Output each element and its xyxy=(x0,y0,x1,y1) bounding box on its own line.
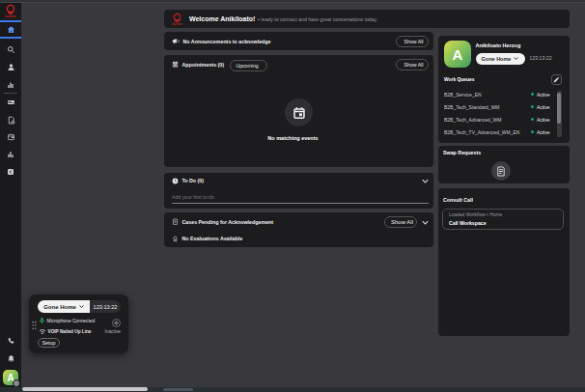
show-all-label: Show All xyxy=(391,219,413,225)
active-dot xyxy=(531,118,535,122)
document-clock-icon xyxy=(7,116,15,125)
setup-button[interactable]: Setup xyxy=(38,338,60,348)
bar-chart-icon xyxy=(7,81,14,89)
calendar-icon xyxy=(292,106,306,120)
agent-status-dropdown[interactable]: Gone Home xyxy=(38,300,90,313)
microphone-icon xyxy=(39,317,45,324)
sidebar-user-avatar[interactable]: A xyxy=(3,370,18,385)
evaluations-empty-text: No Evaluations Available xyxy=(182,236,243,241)
agent-status-dropdown[interactable]: Gone Home xyxy=(476,53,525,65)
show-all-label: Show All xyxy=(404,62,424,68)
filter-label: Upcoming xyxy=(236,63,258,69)
settings-button[interactable] xyxy=(112,319,121,327)
device-status-popup: Gone Home 123:13:22 Microphone Connected… xyxy=(29,294,128,353)
chevron-down-icon xyxy=(79,304,84,309)
todo-card: To Do (0) Add your first to-do xyxy=(164,173,433,209)
chevron-down-icon[interactable] xyxy=(422,179,429,183)
scrollbar-thumb[interactable] xyxy=(557,93,561,124)
call-workspace-item[interactable]: Loaded Workflow • Home Call Workspace xyxy=(442,209,564,230)
status-dot xyxy=(13,379,20,387)
desktop-icon xyxy=(7,98,15,106)
announcements-show-all-button[interactable]: Show All xyxy=(396,36,429,47)
queue-name: B2B_Service_EN xyxy=(444,92,531,98)
stats-icon xyxy=(7,151,14,158)
show-all-label: Show All xyxy=(404,39,424,44)
sidebar-item-search[interactable] xyxy=(0,42,21,59)
profile-card: A Anikiloato Herzog Gone Home 123:13:22 … xyxy=(438,36,570,143)
appointments-card: Appointments (0) Upcoming Show All No ma… xyxy=(164,55,433,167)
appointments-empty-state: No matching events xyxy=(164,98,433,141)
appointments-show-all-button[interactable]: Show All xyxy=(396,59,429,70)
queue-status: Active xyxy=(537,104,550,110)
sunrise-logo-icon: sunrise xyxy=(172,13,182,26)
sidebar-item-reports[interactable] xyxy=(0,76,21,94)
profile-name: Anikiloato Herzog xyxy=(476,42,521,48)
agent-icon xyxy=(7,63,15,71)
horizontal-scrollbar[interactable] xyxy=(0,387,585,392)
profile-avatar: A xyxy=(444,41,471,68)
todo-title: To Do (0) xyxy=(182,178,205,183)
queue-name: B2B_Tech_Standard_WM xyxy=(444,104,531,110)
sidebar: sunrise xyxy=(0,3,21,387)
sidebar-item-stats[interactable] xyxy=(0,146,21,163)
pencil-icon xyxy=(553,76,560,83)
queue-status: Active xyxy=(537,117,550,123)
wifi-icon xyxy=(39,328,46,335)
sidebar-item-desktop[interactable] xyxy=(0,94,21,111)
brand-wordmark: sunrise xyxy=(5,14,16,18)
sidebar-item-phone[interactable] xyxy=(0,332,21,350)
appointments-header: Appointments (0) Upcoming Show All xyxy=(164,55,433,73)
calendar-empty-icon-circle xyxy=(285,98,313,126)
edit-work-queues-button[interactable] xyxy=(551,74,562,85)
sidebar-item-notifications[interactable] xyxy=(0,350,21,368)
queue-status: Active xyxy=(537,129,550,135)
sunrise-logo-icon: sunrise xyxy=(5,4,16,18)
sidebar-item-workspace[interactable] xyxy=(0,128,21,146)
phone-icon xyxy=(7,337,15,346)
setup-label: Setup xyxy=(42,340,55,346)
todo-input[interactable]: Add your first to-do xyxy=(172,190,429,204)
scrollbar-thumb-secondary[interactable] xyxy=(163,388,193,392)
bell-icon xyxy=(7,354,15,363)
sidebar-item-home[interactable] xyxy=(0,20,21,39)
active-dot xyxy=(531,105,535,109)
status-timer: 123:13:22 xyxy=(530,55,552,61)
work-queue-row: B2B_Tech_Standard_WM Active xyxy=(444,100,550,113)
todo-header[interactable]: To Do (0) xyxy=(164,173,433,188)
clock-icon xyxy=(172,178,179,184)
queue-name: B2B_Tech_TV_Advanced_WM_EN xyxy=(444,129,531,135)
consult-call-card: Consult Call Loaded Workflow • Home Call… xyxy=(438,188,570,336)
work-queues-scrollbar[interactable] xyxy=(557,91,562,137)
queue-name: B2B_Tech_Advanced_WM xyxy=(444,117,531,123)
welcome-title: Welcome Anikiloato! xyxy=(189,15,255,22)
search-icon xyxy=(7,45,15,54)
voip-line-text: VOIP Nailed Up Line xyxy=(48,329,92,334)
evaluations-empty-row: No Evaluations Available xyxy=(164,232,433,245)
medal-icon xyxy=(172,236,179,242)
work-queue-row: B2B_Service_EN Active xyxy=(444,88,550,100)
chevron-down-icon[interactable] xyxy=(422,220,429,225)
microphone-status-text: Microphone Connected xyxy=(47,319,96,323)
sidebar-item-launch[interactable] xyxy=(0,163,21,181)
cases-show-all-button[interactable]: Show All xyxy=(384,216,417,228)
active-dot xyxy=(531,130,535,134)
appointments-filter-dropdown[interactable]: Upcoming xyxy=(230,60,267,71)
drag-handle-icon[interactable] xyxy=(32,320,37,331)
work-queue-row: B2B_Tech_Advanced_WM Active xyxy=(444,113,550,126)
cases-title: Cases Pending for Acknowledgement xyxy=(182,219,274,225)
megaphone-icon xyxy=(172,38,180,44)
todo-placeholder: Add your first to-do xyxy=(172,194,214,200)
workspace-name: Call Workspace xyxy=(449,220,487,226)
scrollbar-thumb[interactable] xyxy=(22,387,148,391)
agent-status-label: Gone Home xyxy=(43,304,76,310)
status-timer: 123:13:22 xyxy=(90,300,121,313)
chevron-down-icon xyxy=(514,56,518,61)
gear-icon xyxy=(114,321,119,325)
voip-line-status: Inactive xyxy=(104,329,121,334)
sidebar-item-history[interactable] xyxy=(0,111,21,128)
swap-requests-icon-circle xyxy=(491,161,511,181)
agent-home-page: sunrise xyxy=(0,0,585,392)
sidebar-item-agent[interactable] xyxy=(0,58,21,75)
brand-wordmark: sunrise xyxy=(172,21,182,25)
swap-requests-card: Swap Requests xyxy=(438,146,570,183)
